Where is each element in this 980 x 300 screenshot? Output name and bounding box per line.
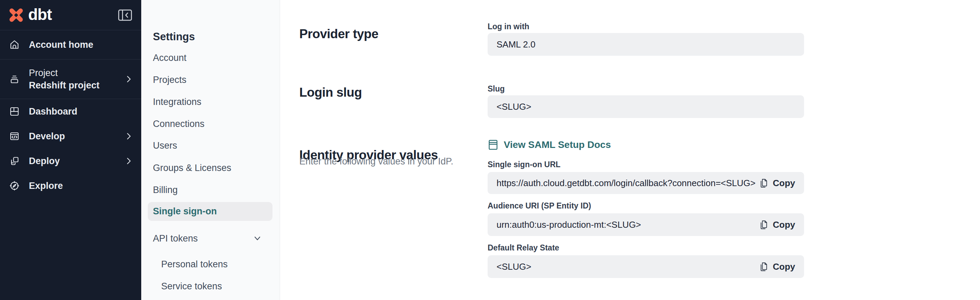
audience-uri-label: Audience URI (SP Entity ID) bbox=[488, 201, 591, 211]
dbt-logo[interactable]: dbt bbox=[8, 5, 52, 25]
login-with-label: Log in with bbox=[488, 21, 529, 32]
copy-label: Copy bbox=[773, 178, 795, 188]
sidebar-item-account-home[interactable]: Account home bbox=[0, 30, 141, 59]
relay-state-value: <SLUG> bbox=[496, 262, 531, 272]
app-sidebar: dbt Account home bbox=[0, 0, 141, 300]
sso-url-input[interactable]: https://auth.cloud.getdbt.com/login/call… bbox=[488, 172, 804, 194]
copy-icon bbox=[759, 178, 768, 188]
sso-url-label: Single sign-on URL bbox=[488, 159, 560, 170]
settings-nav-projects[interactable]: Projects bbox=[153, 73, 186, 87]
provider-type-value: SAML 2.0 bbox=[496, 39, 535, 50]
main-content: Provider type Log in with SAML 2.0 Login… bbox=[280, 0, 980, 300]
sidebar-item-explore[interactable]: Explore bbox=[0, 173, 141, 198]
copy-audience-uri-button[interactable]: Copy bbox=[759, 220, 795, 230]
audience-uri-value: urn:auth0:us-production-mt:<SLUG> bbox=[496, 220, 641, 230]
relay-state-label: Default Relay State bbox=[488, 243, 559, 253]
chevron-right-icon bbox=[126, 75, 132, 84]
settings-nav-personal-tokens[interactable]: Personal tokens bbox=[161, 257, 228, 271]
chevron-down-icon[interactable] bbox=[252, 234, 262, 244]
brand-text: dbt bbox=[28, 5, 52, 25]
sidebar-item-develop[interactable]: Develop bbox=[0, 124, 141, 148]
copy-sso-url-button[interactable]: Copy bbox=[759, 178, 795, 188]
sidebar-item-label: Explore bbox=[29, 180, 63, 192]
settings-nav-account[interactable]: Account bbox=[153, 51, 186, 65]
chevron-right-icon bbox=[126, 132, 132, 141]
slug-label: Slug bbox=[488, 84, 505, 94]
sidebar-item-dashboard[interactable]: Dashboard bbox=[0, 99, 141, 124]
settings-nav-api-tokens[interactable]: API tokens bbox=[153, 231, 198, 245]
settings-nav-integrations[interactable]: Integrations bbox=[153, 95, 201, 109]
view-saml-docs-link[interactable]: View SAML Setup Docs bbox=[488, 139, 611, 151]
home-icon bbox=[9, 39, 20, 50]
view-saml-docs-label: View SAML Setup Docs bbox=[504, 139, 611, 150]
idp-values-subtitle: Enter the following values in your IdP. bbox=[299, 155, 453, 167]
logo-row: dbt bbox=[0, 0, 141, 30]
copy-icon bbox=[759, 220, 768, 230]
sidebar-item-label: Account home bbox=[29, 38, 94, 51]
section-heading-login-slug: Login slug bbox=[299, 85, 362, 100]
relay-state-input[interactable]: <SLUG> Copy bbox=[488, 255, 804, 278]
copy-label: Copy bbox=[773, 220, 795, 230]
sidebar-item-project[interactable]: Project Redshift project bbox=[0, 59, 141, 99]
sso-url-value: https://auth.cloud.getdbt.com/login/call… bbox=[496, 178, 756, 188]
active-nav-label: Single sign-on bbox=[153, 204, 217, 218]
copy-relay-state-button[interactable]: Copy bbox=[759, 262, 795, 272]
settings-nav-billing[interactable]: Billing bbox=[153, 183, 178, 197]
develop-icon bbox=[9, 131, 20, 142]
section-heading-provider-type: Provider type bbox=[299, 27, 378, 41]
sidebar-item-label: Deploy bbox=[29, 155, 60, 167]
provider-type-input[interactable]: SAML 2.0 bbox=[488, 33, 804, 56]
dbt-logo-icon bbox=[8, 7, 24, 23]
project-icon bbox=[9, 73, 20, 85]
settings-nav-single-sign-on[interactable]: Single sign-on bbox=[148, 202, 272, 221]
sidebar-item-label: Develop bbox=[29, 130, 65, 142]
sidebar-item-label: Dashboard bbox=[29, 105, 77, 118]
settings-nav-service-tokens[interactable]: Service tokens bbox=[161, 279, 222, 293]
sidebar-item-deploy[interactable]: Deploy bbox=[0, 148, 141, 173]
project-name: Redshift project bbox=[29, 79, 100, 91]
slug-input[interactable]: <SLUG> bbox=[488, 95, 804, 118]
settings-heading: Settings bbox=[153, 30, 195, 44]
audience-uri-input[interactable]: urn:auth0:us-production-mt:<SLUG> Copy bbox=[488, 213, 804, 236]
dashboard-icon bbox=[9, 106, 20, 117]
slug-value: <SLUG> bbox=[496, 102, 531, 112]
chevron-right-icon bbox=[126, 156, 132, 166]
project-label-group: Project Redshift project bbox=[29, 67, 100, 91]
settings-nav-users[interactable]: Users bbox=[153, 139, 177, 152]
copy-icon bbox=[759, 262, 768, 272]
app-root: dbt Account home bbox=[0, 0, 980, 300]
deploy-icon bbox=[9, 155, 20, 166]
explore-icon bbox=[9, 180, 20, 191]
collapse-sidebar-icon[interactable] bbox=[118, 9, 132, 21]
settings-nav-connections[interactable]: Connections bbox=[153, 117, 204, 131]
project-label: Project bbox=[29, 67, 100, 79]
settings-sidebar: Settings Account Projects Integrations C… bbox=[141, 0, 280, 300]
copy-label: Copy bbox=[773, 262, 795, 272]
docs-icon bbox=[488, 139, 499, 151]
settings-nav-groups-licenses[interactable]: Groups & Licenses bbox=[153, 161, 231, 175]
